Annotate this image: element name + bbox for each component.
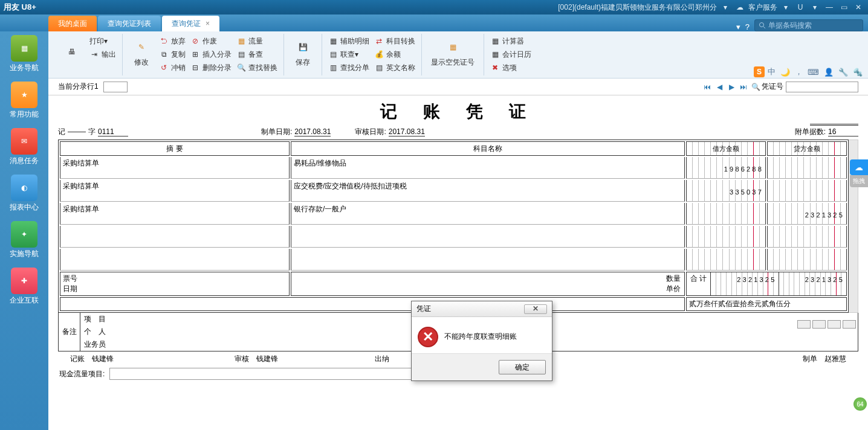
error-icon: ✕ <box>418 327 438 347</box>
u-icon[interactable]: U <box>794 2 806 13</box>
biz-nav-icon: ▦ <box>11 35 37 62</box>
float-panel: ☁ 拖拽 <box>850 159 868 187</box>
drag-handle[interactable]: 拖拽 <box>850 175 868 187</box>
sidebar-item-impl[interactable]: ✦实施导航 <box>0 221 48 259</box>
english-name-button[interactable]: ▤英文名称 <box>372 62 418 74</box>
dropdown-arrow-icon[interactable]: ▾ <box>719 2 731 13</box>
attach-count[interactable]: 16 <box>828 127 858 136</box>
calendar-button[interactable]: ▦会计日历 <box>488 48 534 60</box>
reverse-icon: ↺ <box>159 63 169 72</box>
mini-toolbar[interactable] <box>797 320 856 329</box>
brand: 用友 U8+ <box>4 2 36 13</box>
sidebar-item-common[interactable]: ★常用功能 <box>0 82 48 120</box>
ime-tool-icon[interactable]: 🔧 <box>837 68 850 77</box>
nav-row: 当前分录行1 ⏮ ◀ ▶ ⏭ 🔍 凭证号 <box>48 79 868 95</box>
total-row: 票号日期 数量单价 合 计 2321325 2321325 <box>60 272 847 296</box>
table-row[interactable] <box>60 226 847 248</box>
ime-moon-icon[interactable]: 🌙 <box>779 68 792 77</box>
tab-close-icon[interactable]: × <box>206 19 210 28</box>
delete-entry-button[interactable]: ⊟删除分录 <box>188 62 234 74</box>
dialog-titlebar[interactable]: 凭证 ✕ <box>412 301 552 317</box>
ime-user-icon[interactable]: 👤 <box>822 68 835 77</box>
export-button[interactable]: ⇥输出 <box>87 48 118 60</box>
restore-button[interactable]: ▭ <box>838 2 850 13</box>
reverse-button[interactable]: ↺冲销 <box>157 62 188 74</box>
sogou-icon[interactable]: S <box>754 66 765 77</box>
calc-icon: ▦ <box>490 36 500 46</box>
search-voucher-icon[interactable]: 🔍 <box>750 82 761 92</box>
find-entry-button[interactable]: ▥查找分单 <box>326 62 372 74</box>
save-button[interactable]: 💾保存 <box>288 34 318 71</box>
svg-point-0 <box>760 23 764 27</box>
connect-icon: ✚ <box>11 268 37 294</box>
audit-date[interactable]: 2017.08.31 <box>389 127 425 136</box>
sidebar-item-report[interactable]: ◐报表中心 <box>0 175 48 213</box>
tab-bar: 我的桌面 查询凭证列表 查询凭证× ▾ ? 单据条码搜索 <box>0 14 868 31</box>
ime-wrench-icon[interactable]: 🔩 <box>851 68 864 77</box>
tab-voucher-query[interactable]: 查询凭证× <box>162 16 219 31</box>
insert-entry-button[interactable]: ⊞插入分录 <box>188 48 234 60</box>
close-button[interactable]: ✕ <box>852 2 864 13</box>
sidebar-item-message[interactable]: ✉消息任务 <box>0 128 48 166</box>
empty-voucher-icon: ▦ <box>444 38 462 56</box>
next-button[interactable]: ▶ <box>726 82 737 92</box>
assist-detail-button[interactable]: ▦辅助明细 <box>326 35 372 47</box>
ime-keyboard-icon[interactable]: ⌨ <box>806 68 821 77</box>
ime-lang[interactable]: 中 <box>766 66 777 77</box>
table-row[interactable]: 采购结算单易耗品/维修物品 1986288 <box>60 157 847 179</box>
find-replace-button[interactable]: 🔍查找替换 <box>234 62 280 74</box>
table-row[interactable]: 采购结算单应交税费/应交增值税/待抵扣进项税 335037 <box>60 180 847 202</box>
make-date[interactable]: 2017.08.31 <box>294 127 331 136</box>
prev-button[interactable]: ◀ <box>714 82 725 92</box>
last-button[interactable]: ⏭ <box>738 82 749 92</box>
sidebar-item-enterprise[interactable]: ✚企业互联 <box>0 268 48 306</box>
print-dropdown[interactable]: 打印 ▾ <box>87 35 118 47</box>
voucher-header: 记 字 0111 制单日期: 2017.08.31 审核日期: 2017.08.… <box>58 127 858 137</box>
help-icon[interactable]: ? <box>745 22 750 31</box>
message-icon: ✉ <box>11 128 37 155</box>
voucher-number[interactable]: 0111 <box>98 127 128 136</box>
ime-punct[interactable]: ， <box>793 66 805 77</box>
first-button[interactable]: ⏮ <box>702 82 713 92</box>
dialog-ok-button[interactable]: 确定 <box>499 360 546 374</box>
badge-64[interactable]: 64 <box>853 397 867 411</box>
minimize-button[interactable]: — <box>823 2 835 13</box>
voucher-no-input[interactable] <box>786 82 858 92</box>
barcode-search[interactable]: 单据条码搜索 <box>754 19 863 31</box>
voucher-table[interactable]: 摘 要 科目名称 借方金额 贷方金额 采购结算单易耗品/维修物品 1986288… <box>58 140 849 313</box>
dropdown-icon[interactable]: ▾ <box>780 2 792 13</box>
dropdown-icon-2[interactable]: ▾ <box>809 2 821 13</box>
globe-icon[interactable]: ☁ <box>734 2 746 13</box>
print-icon: 🖶 <box>63 43 81 61</box>
tab-voucher-list[interactable]: 查询凭证列表 <box>98 16 161 31</box>
menu-arrow-icon[interactable]: ▾ <box>736 22 740 31</box>
copy-icon: ⧉ <box>159 50 169 59</box>
abandon-button[interactable]: ⮌放弃 <box>157 35 188 47</box>
customer-service-link[interactable]: 客户服务 <box>748 2 777 13</box>
void-button[interactable]: ⊘作废 <box>188 35 234 47</box>
modify-button[interactable]: ✎修改 <box>126 34 157 71</box>
print-button[interactable]: 🖶 <box>57 34 87 71</box>
lookup-button[interactable]: ▤联查 ▾ <box>326 48 372 60</box>
cloud-icon[interactable]: ☁ <box>850 159 868 175</box>
backup-button[interactable]: ▤备查 <box>234 48 280 60</box>
flow-button[interactable]: ▦流量 <box>234 35 280 47</box>
sidebar-item-biz-nav[interactable]: ▦业务导航 <box>0 35 48 73</box>
lookup-icon: ▤ <box>328 50 338 59</box>
sidebar: ▦业务导航 ★常用功能 ✉消息任务 ◐报表中心 ✦实施导航 ✚企业互联 <box>0 31 48 430</box>
delete-icon: ⊟ <box>190 63 200 72</box>
table-row[interactable]: 采购结算单银行存款/一般户 2321325 <box>60 203 847 225</box>
subject-switch-button[interactable]: ⇄科目转换 <box>372 35 418 47</box>
compass-icon: ✦ <box>11 221 37 248</box>
table-row[interactable] <box>60 249 847 271</box>
show-empty-button[interactable]: ▦显示空凭证号 <box>426 34 480 71</box>
balance-button[interactable]: 💰余额 <box>372 48 418 60</box>
dialog-close-button[interactable]: ✕ <box>524 304 547 314</box>
current-row-input[interactable] <box>103 82 128 92</box>
calculator-button[interactable]: ▦计算器 <box>488 35 534 47</box>
options-button[interactable]: ✖选项 <box>488 62 534 74</box>
company-name: [002](default)福建贝斯顿物业服务有限公司郑州分 <box>558 2 717 13</box>
tab-desktop[interactable]: 我的桌面 <box>48 16 97 31</box>
copy-button[interactable]: ⧉复制 <box>157 48 188 60</box>
switch-icon: ⇄ <box>374 36 384 46</box>
